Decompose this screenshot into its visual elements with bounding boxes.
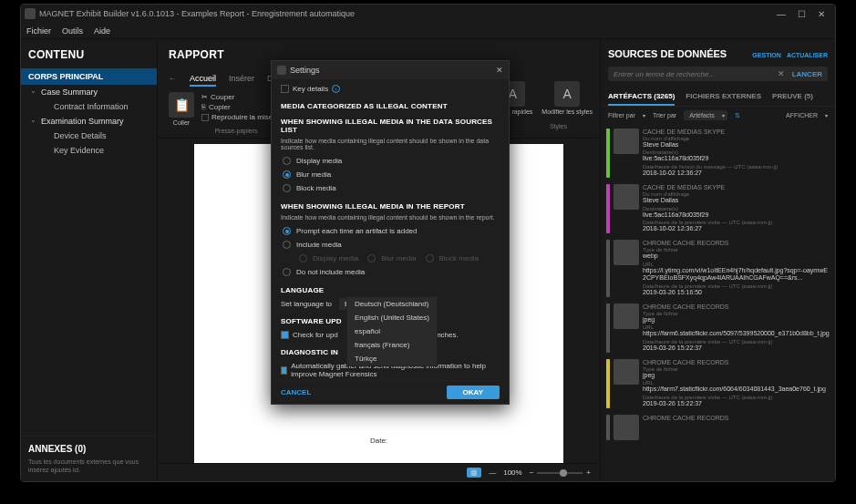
section-sources-list: WHEN SHOWING ILLEGAL MEDIA IN THE DATA S…: [281, 118, 500, 134]
settings-dialog: Settings ✕ Key details i MEDIA CATEGORIZ…: [271, 60, 510, 405]
tab-back[interactable]: ←: [169, 72, 177, 87]
radio-option[interactable]: Display media: [283, 154, 500, 168]
search-button[interactable]: LANCER: [792, 70, 822, 78]
sort-label: Trier par: [653, 112, 676, 118]
paste-label: Coller: [173, 119, 190, 126]
styles-caption: Styles: [550, 123, 567, 129]
artifact-item[interactable]: CACHE DE MÉDIAS SKYPE Du nom d'affichage…: [604, 126, 831, 181]
language-option[interactable]: Türkçe: [347, 352, 437, 365]
radio-option-disabled: Display media: [299, 252, 358, 265]
language-option[interactable]: español: [347, 324, 437, 338]
modify-styles-label: Modifier les styles: [541, 108, 593, 115]
report-desc: Indicate how media containing illegal co…: [281, 214, 500, 221]
search-input[interactable]: [614, 70, 774, 78]
gear-icon: [277, 66, 286, 75]
okay-button[interactable]: OKAY: [447, 386, 500, 399]
status-bar: ▦ — 100% − +: [158, 463, 600, 481]
minimize-button[interactable]: —: [771, 5, 791, 22]
paste-icon[interactable]: 📋: [169, 92, 194, 118]
corps-principal-header[interactable]: CORPS PRINCIPAL: [21, 68, 157, 85]
color-stripe: [606, 303, 610, 353]
language-dropdown: Deutsch (Deutschland)English (United Sta…: [346, 296, 438, 366]
annex-panel: ANNEXES (0) Tous les documents externes …: [21, 436, 157, 481]
annex-title: ANNEXES (0): [28, 444, 150, 454]
artifact-category: CACHE DE MÉDIAS SKYPE: [643, 184, 830, 190]
info-icon[interactable]: i: [332, 85, 340, 93]
check-updates-checkbox[interactable]: [281, 331, 289, 339]
show-button[interactable]: AFFICHER: [786, 112, 818, 118]
radio-option-disabled: Block media: [426, 252, 480, 265]
section-report: WHEN SHOWING ILLEGAL MEDIA IN THE REPORT: [281, 202, 500, 211]
artifact-item[interactable]: CHROME CACHE RECORDS Type de fichierjpeg…: [604, 356, 831, 412]
radio-option[interactable]: Blur media: [283, 168, 500, 181]
artifact-item[interactable]: CHROME CACHE RECORDS Type de fichierwebp…: [604, 237, 831, 301]
thumbnail: [614, 415, 639, 440]
artifact-item[interactable]: CHROME CACHE RECORDS Type de fichierjpeg…: [604, 301, 831, 356]
key-details-checkbox[interactable]: [281, 85, 289, 93]
diagnostic-checkbox[interactable]: [281, 366, 287, 375]
menu-bar: Fichier Outils Aide: [21, 23, 835, 39]
view-icon[interactable]: ▦: [467, 468, 481, 478]
dialog-title: Settings: [290, 66, 320, 75]
artifact-category: CHROME CACHE RECORDS: [643, 303, 830, 310]
thumbnail: [614, 184, 639, 210]
tab-fichiers-externes[interactable]: FICHIERS EXTERNES: [686, 88, 761, 106]
language-label: Set language to: [281, 300, 332, 308]
radio-option[interactable]: Do not include media: [283, 265, 500, 279]
toc-item[interactable]: Contract Information: [21, 99, 157, 114]
key-details-label: Key details: [293, 85, 328, 93]
toc-item[interactable]: Examination Summary: [21, 114, 157, 129]
language-option[interactable]: français (France): [347, 338, 437, 352]
color-stripe: [606, 129, 610, 178]
contents-title: CONTENU: [21, 39, 157, 68]
radio-option[interactable]: Include media: [283, 238, 500, 252]
artifact-item[interactable]: CHROME CACHE RECORDS: [604, 412, 831, 444]
sort-select[interactable]: Artéfacts: [684, 110, 727, 120]
toc-item[interactable]: Key Evidence: [21, 143, 157, 158]
app-icon: [25, 8, 36, 19]
thumbnail: [614, 240, 639, 265]
actualiser-link[interactable]: ACTUALISER: [787, 52, 828, 58]
zoom-out-button[interactable]: −: [530, 468, 534, 477]
radio-option-disabled: Blur media: [367, 252, 416, 265]
dialog-close-button[interactable]: ✕: [496, 66, 503, 75]
language-option[interactable]: English (United States): [347, 311, 437, 324]
dialog-titlebar: Settings ✕: [272, 61, 509, 79]
artifact-category: CHROME CACHE RECORDS: [643, 359, 830, 365]
color-stripe: [606, 359, 610, 408]
toc-item[interactable]: Device Details: [21, 129, 157, 143]
artifact-category: CHROME CACHE RECORDS: [643, 415, 830, 421]
color-stripe: [606, 184, 610, 233]
menu-file[interactable]: Fichier: [26, 26, 51, 36]
window-title: MAGNET Exhibit Builder v1.6.0.1013 - Exa…: [39, 9, 355, 18]
thumbnail: [614, 303, 639, 329]
artifact-item[interactable]: CACHE DE MÉDIAS SKYPE Du nom d'affichage…: [604, 181, 831, 237]
cancel-button[interactable]: CANCEL: [281, 388, 311, 396]
modify-styles-icon[interactable]: A: [554, 81, 580, 107]
tab-accueil[interactable]: Accueil: [190, 72, 216, 87]
gestion-link[interactable]: GESTION: [752, 52, 781, 58]
zoom-value: 100%: [503, 468, 521, 477]
date-field: Date:: [370, 437, 387, 445]
language-option[interactable]: Deutsch (Deutschland): [347, 297, 437, 311]
menu-help[interactable]: Aide: [94, 26, 110, 36]
menu-tools[interactable]: Outils: [62, 26, 83, 36]
clear-search-icon[interactable]: ✕: [778, 69, 785, 78]
zoom-slider[interactable]: [537, 472, 583, 474]
sort-order-icon[interactable]: ⇅: [735, 112, 740, 119]
zoom-in-button[interactable]: +: [586, 468, 591, 477]
tab-inserer[interactable]: Insérer: [229, 72, 254, 87]
thumbnail: [614, 359, 639, 385]
data-sources-panel: SOURCES DE DONNÉES GESTION ACTUALISER ✕ …: [600, 39, 835, 481]
contents-panel: CONTENU CORPS PRINCIPAL Case SummaryCont…: [21, 39, 158, 481]
toc-item[interactable]: Case Summary: [21, 85, 157, 99]
maximize-button[interactable]: ☐: [791, 5, 811, 22]
radio-option[interactable]: Block media: [283, 181, 500, 195]
tab-artefacts[interactable]: ARTÉFACTS (3265): [608, 88, 675, 106]
artifact-category: CACHE DE MÉDIAS SKYPE: [643, 129, 830, 135]
annex-description: Tous les documents externes que vous ins…: [28, 458, 150, 474]
close-button[interactable]: ✕: [811, 5, 831, 22]
tab-preuve[interactable]: PREUVE (5): [772, 88, 813, 106]
radio-option[interactable]: Prompt each time an artifact is added: [283, 224, 500, 238]
thumbnail: [614, 129, 639, 154]
